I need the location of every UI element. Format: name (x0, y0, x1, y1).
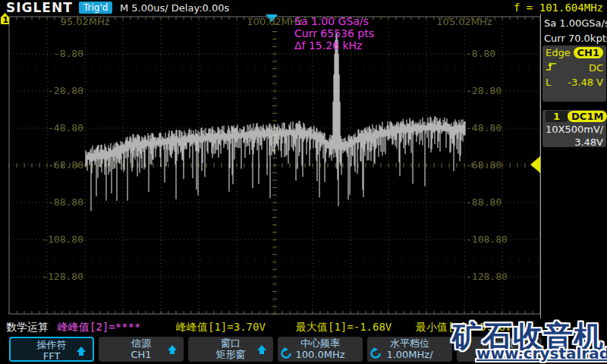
memory-depth: Curr 70.0kpts (544, 31, 607, 46)
fft-resolution: Δf 15.26 kHz (294, 39, 374, 52)
measurement-pp2: 峰峰值[2]=**** (58, 321, 140, 334)
fft-trace (86, 33, 465, 211)
rising-edge-icon (546, 61, 558, 74)
db-tick-label-left: -88.80 (30, 196, 83, 208)
db-tick-label-right: -48.80 (466, 122, 502, 133)
fft-info-readout: Sa 1.00 GSa/s Curr 65536 pts Δf 15.26 kH… (294, 15, 374, 52)
measurement-max1: 最大值[1]=-1.68V (296, 321, 392, 334)
freq-tick-label: 105.02MHz (436, 16, 492, 27)
trigger-info-box[interactable]: Edge CH1 DC L -3.48 V (543, 46, 606, 102)
svg-text:1: 1 (3, 15, 9, 25)
rotate-knob-icon (370, 347, 382, 362)
fft-sample-rate: Sa 1.00 GSa/s (294, 15, 374, 27)
expand-up-icon (256, 344, 267, 357)
softkey-horizontal-scale[interactable]: 水平档位 1.00MHz/ (367, 337, 452, 362)
freq-tick-label: 95.02MHz (60, 16, 109, 27)
channel1-probe: 10X (546, 124, 565, 135)
watermark-url: www.crystalradio.cn (476, 344, 607, 362)
trigger-level-marker[interactable] (530, 156, 540, 173)
db-tick-label-right: -68.80 (466, 159, 502, 171)
frequency-counter: f = 101.604MHz (514, 2, 603, 14)
channel1-offset: 3.48V (574, 136, 603, 148)
graticule-and-waveform-canvas: 1 (0, 0, 607, 364)
db-tick-label-left: -8.80 (30, 48, 83, 59)
acquisition-readout: Sa 1.00GSa/s Curr 70.0kpts (544, 16, 607, 46)
db-tick-label-left: -128.80 (30, 271, 83, 282)
db-tick-label-right: -8.80 (466, 48, 495, 59)
fft-points: Curr 65536 pts (294, 27, 374, 39)
trigger-level-value: -3.48 V (568, 77, 603, 88)
db-tick-label-right: -128.80 (466, 271, 508, 282)
db-tick-label-right: -28.80 (466, 85, 502, 96)
brand-logo: SIGLENT (6, 0, 73, 15)
measurement-pp1: 峰峰值[1]=3.70V (176, 321, 266, 334)
sample-rate: Sa 1.00GSa/s (544, 16, 607, 31)
channel1-number-tab: 1 (546, 111, 568, 122)
trigger-level-label: L (546, 77, 551, 88)
rotate-knob-icon (280, 347, 292, 362)
oscilloscope-screen: 1 SIGLENT Trig'd M 5.00us/ Delay:0.00s f… (0, 0, 607, 364)
channel1-coupling-badge: DC1M (568, 111, 607, 122)
channel1-scale: 500mV/ (565, 124, 603, 135)
trigger-mode-label: Edge (546, 47, 571, 58)
softkey-operator[interactable]: 操作符 FFT (9, 337, 94, 362)
db-tick-label-left: -68.80 (30, 159, 83, 171)
softkey-source[interactable]: 信源 CH1 (99, 337, 184, 362)
timebase-readout: M 5.00us/ Delay:0.00s (120, 2, 229, 14)
trigger-status-badge: Trig'd (79, 2, 112, 14)
channel1-info-box[interactable]: 1 DC1M 10X 500mV/ 3.48V (543, 110, 606, 147)
expand-up-icon (76, 346, 86, 359)
softkey-center-frequency[interactable]: 中心频率 100.0MHz (278, 337, 363, 362)
trigger-coupling: DC (589, 62, 603, 74)
sidebar-divider (540, 14, 541, 318)
db-tick-label-left: -28.80 (30, 85, 83, 96)
db-tick-label-left: -108.80 (30, 234, 83, 245)
graticule-grid (9, 17, 540, 314)
db-tick-label-right: -108.80 (466, 234, 508, 245)
trigger-source-badge: CH1 (574, 47, 603, 58)
db-tick-label-right: -88.80 (466, 196, 502, 208)
db-tick-label-left: -48.80 (30, 122, 83, 133)
math-mode-label: 数学运算 (6, 321, 49, 334)
expand-up-icon (167, 344, 178, 357)
softkey-window[interactable]: 窗口 矩形窗 (188, 337, 273, 362)
